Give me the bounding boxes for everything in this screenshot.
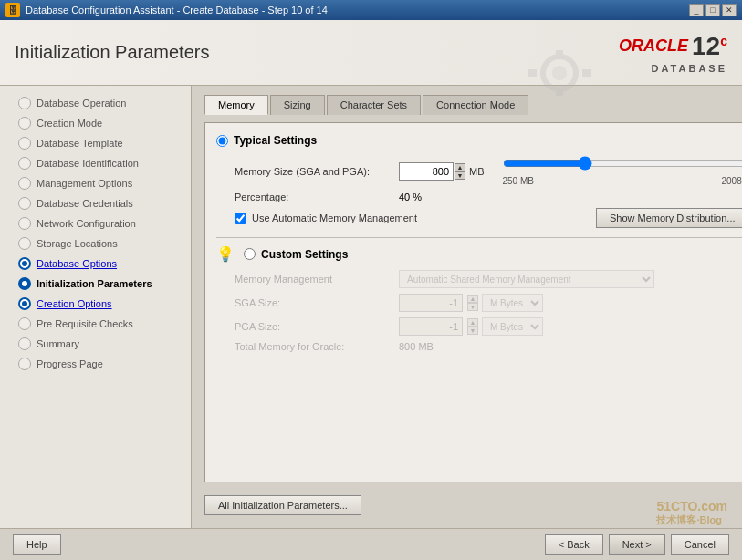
sidebar-item-storage-locations: Storage Locations	[0, 233, 191, 254]
tab-character-sets[interactable]: Character Sets	[327, 95, 421, 115]
bullet-creation-options	[18, 297, 31, 310]
memory-size-label: Memory Size (SGA and PGA):	[235, 166, 399, 177]
oracle-text: ORACLE	[619, 36, 688, 56]
tab-content-memory: Typical Settings Memory Size (SGA and PG…	[204, 122, 742, 482]
slider-min-label: 250 MB	[503, 176, 534, 186]
bullet-progress-page	[18, 358, 31, 370]
svg-rect-4	[528, 69, 537, 77]
auto-memory-checkbox[interactable]	[235, 213, 246, 224]
custom-settings-radio[interactable]	[244, 248, 256, 260]
header-area: Initialization Parameters ORACLE 12c DAT…	[0, 20, 742, 86]
window-title: Database Configuration Assistant - Creat…	[26, 5, 328, 16]
slider-labels: 250 MB 2008 MB	[503, 176, 743, 186]
sidebar-item-creation-options[interactable]: Creation Options	[0, 294, 191, 314]
pga-spinner: ▲ ▼	[467, 318, 478, 335]
minimize-button[interactable]: _	[689, 4, 704, 16]
percentage-value: 40 %	[399, 192, 422, 202]
back-button[interactable]: < Back	[545, 534, 603, 555]
watermark: 51CTO.com 技术博客·Blog	[656, 499, 727, 527]
memory-mgmt-label: Memory Management	[235, 274, 399, 285]
bullet-database-id	[18, 157, 31, 170]
sga-down: ▼	[467, 303, 478, 311]
sidebar-item-progress-page: Progress Page	[0, 354, 191, 374]
divider	[216, 237, 742, 238]
sidebar-item-database-template: Database Template	[0, 133, 191, 153]
memory-size-unit: MB	[469, 166, 485, 177]
pga-input-group: ▲ ▼ M Bytes	[399, 317, 543, 336]
memory-mgmt-row: Memory Management Automatic Shared Memor…	[235, 270, 742, 288]
custom-settings-group: 💡 Custom Settings	[216, 245, 742, 263]
show-memory-button[interactable]: Show Memory Distribution...	[596, 208, 742, 228]
pga-unit-select: M Bytes	[482, 317, 543, 336]
memory-size-spinner: ▲ ▼	[455, 163, 465, 180]
sga-up: ▲	[467, 295, 478, 303]
sidebar-item-database-id: Database Identification	[0, 153, 191, 173]
help-button[interactable]: Help	[13, 534, 61, 555]
oracle-database: DATABASE	[652, 63, 727, 74]
bullet-database-operation	[18, 97, 31, 109]
percentage-row: Percentage: 40 %	[216, 192, 742, 202]
page-title: Initialization Parameters	[15, 42, 209, 63]
sga-spinner: ▲ ▼	[467, 295, 478, 311]
cancel-button[interactable]: Cancel	[671, 534, 729, 555]
slider-container: 250 MB 2008 MB	[503, 156, 743, 186]
typical-settings-label[interactable]: Typical Settings	[234, 134, 317, 147]
app-icon: 🗄	[5, 3, 20, 17]
main-panel: Memory Sizing Character Sets Connection …	[192, 86, 742, 528]
spinner-up[interactable]: ▲	[455, 163, 465, 171]
oracle-logo: ORACLE 12c DATABASE	[619, 32, 727, 74]
checkbox-memory-row: Use Automatic Memory Management Show Mem…	[216, 208, 742, 228]
bottom-button-row: Help < Back Next > Cancel	[0, 528, 742, 560]
oracle-brand: ORACLE 12c	[619, 32, 727, 61]
tab-connection-mode[interactable]: Connection Mode	[423, 95, 528, 115]
gear-decoration	[523, 46, 596, 100]
tab-memory[interactable]: Memory	[204, 95, 268, 115]
custom-settings-fields: Memory Management Automatic Shared Memor…	[216, 270, 742, 352]
bullet-management-options	[18, 177, 31, 190]
auto-memory-checkbox-group: Use Automatic Memory Management	[235, 213, 417, 224]
bullet-creation-mode	[18, 117, 31, 130]
sidebar-item-prereq-checks: Pre Requisite Checks	[0, 314, 191, 334]
memory-size-input[interactable]	[399, 162, 454, 181]
slider-max-label: 2008 MB	[721, 176, 742, 186]
close-button[interactable]: ✕	[722, 4, 737, 16]
sga-input-group: ▲ ▼ M Bytes	[399, 294, 543, 312]
bullet-prereq-checks	[18, 317, 31, 330]
tab-bar: Memory Sizing Character Sets Connection …	[204, 95, 742, 115]
sidebar-item-summary: Summary	[0, 334, 191, 354]
all-init-params-button[interactable]: All Initialization Parameters...	[204, 495, 361, 515]
title-bar-left: 🗄 Database Configuration Assistant - Cre…	[5, 3, 328, 17]
typical-settings-radio[interactable]	[216, 135, 228, 147]
title-bar: 🗄 Database Configuration Assistant - Cre…	[0, 0, 742, 20]
sidebar-item-database-options[interactable]: Database Options	[0, 254, 191, 274]
svg-rect-5	[582, 69, 591, 77]
maximize-button[interactable]: □	[705, 4, 720, 16]
auto-memory-label[interactable]: Use Automatic Memory Management	[252, 213, 417, 223]
sidebar-item-db-credentials: Database Credentials	[0, 193, 191, 213]
sidebar-item-network-config: Network Configuration	[0, 213, 191, 233]
pga-down: ▼	[467, 327, 478, 335]
memory-mgmt-select: Automatic Shared Memory Management	[399, 270, 654, 288]
sga-input	[399, 294, 463, 312]
spinner-down[interactable]: ▼	[455, 171, 465, 180]
pga-label: PGA Size:	[235, 321, 399, 332]
typical-settings-group: Typical Settings	[216, 134, 742, 147]
sidebar-item-creation-mode: Creation Mode	[0, 113, 191, 133]
custom-settings-label[interactable]: Custom Settings	[261, 248, 348, 261]
content-area: Database Operation Creation Mode Databas…	[0, 86, 742, 528]
sga-label: SGA Size:	[235, 297, 399, 308]
next-button[interactable]: Next >	[609, 534, 665, 555]
svg-rect-3	[556, 87, 563, 96]
sga-row: SGA Size: ▲ ▼ M Bytes	[235, 294, 742, 312]
watermark-line2: 技术博客·Blog	[656, 513, 727, 527]
version-text: 12c	[692, 32, 727, 61]
nav-buttons: < Back Next > Cancel	[545, 534, 729, 555]
svg-point-1	[552, 66, 567, 80]
tab-sizing[interactable]: Sizing	[270, 95, 325, 115]
bullet-database-template	[18, 137, 31, 150]
bullet-summary	[18, 337, 31, 350]
svg-rect-2	[556, 50, 563, 59]
memory-slider[interactable]	[503, 156, 743, 171]
memory-size-input-group: ▲ ▼	[399, 162, 465, 181]
pga-input	[399, 317, 463, 336]
